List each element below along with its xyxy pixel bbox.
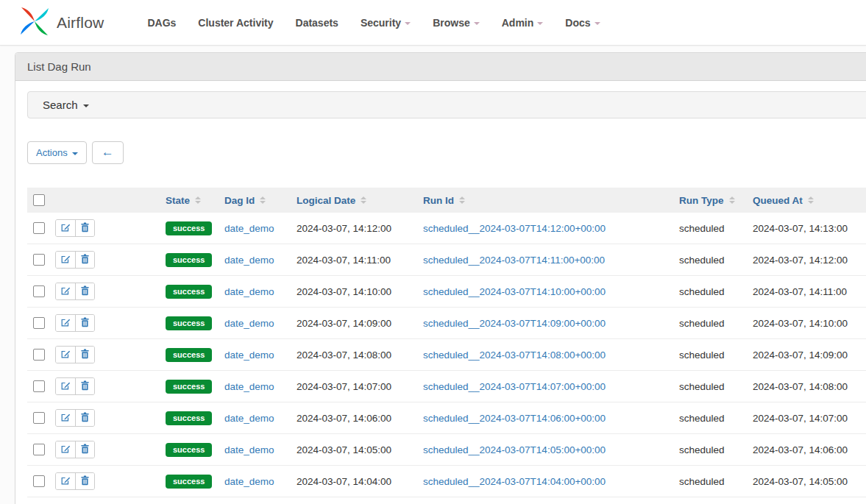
run-id-link[interactable]: scheduled__2024-03-07T14:12:00+00:00 bbox=[423, 223, 606, 234]
row-checkbox[interactable] bbox=[33, 317, 45, 329]
logical-date-cell: 2024-03-07, 14:11:00 bbox=[297, 255, 391, 266]
dag-id-link[interactable]: date_demo bbox=[224, 223, 274, 234]
logical-date-cell: 2024-03-07, 14:05:00 bbox=[297, 444, 391, 455]
table-row: success date_demo 2024-03-07, 14:12:00 s… bbox=[27, 213, 866, 244]
row-action-buttons bbox=[55, 219, 95, 237]
actions-button[interactable]: Actions bbox=[27, 141, 87, 164]
row-checkbox[interactable] bbox=[33, 475, 45, 487]
dag-id-link[interactable]: date_demo bbox=[224, 476, 274, 487]
run-id-link[interactable]: scheduled__2024-03-07T14:04:00+00:00 bbox=[423, 476, 606, 487]
edit-button[interactable] bbox=[56, 441, 75, 458]
row-action-buttons bbox=[55, 472, 95, 490]
row-checkbox[interactable] bbox=[33, 349, 45, 361]
logo-blade-cyan bbox=[35, 8, 49, 21]
delete-button[interactable] bbox=[75, 315, 94, 331]
chevron-down-icon bbox=[537, 22, 543, 25]
queued-at-cell: 2024-03-07, 14:10:00 bbox=[753, 318, 848, 329]
edit-pencil-icon bbox=[60, 317, 71, 330]
back-button[interactable]: ← bbox=[92, 141, 124, 164]
row-checkbox[interactable] bbox=[33, 380, 45, 392]
delete-button[interactable] bbox=[75, 378, 94, 394]
column-header-run-type[interactable]: Run Type bbox=[679, 195, 735, 206]
column-header-state[interactable]: State bbox=[166, 195, 201, 206]
state-badge: success bbox=[166, 475, 212, 489]
dag-id-link[interactable]: date_demo bbox=[224, 318, 274, 329]
delete-button[interactable] bbox=[75, 473, 94, 489]
row-action-buttons bbox=[55, 441, 95, 458]
edit-button[interactable] bbox=[56, 410, 75, 426]
delete-button[interactable] bbox=[75, 220, 94, 236]
nav-item-docs[interactable]: Docs bbox=[554, 10, 611, 36]
dag-id-link[interactable]: date_demo bbox=[224, 444, 274, 455]
edit-button[interactable] bbox=[56, 378, 75, 394]
run-id-link[interactable]: scheduled__2024-03-07T14:11:00+00:00 bbox=[423, 255, 605, 266]
dag-id-link[interactable]: date_demo bbox=[224, 381, 274, 392]
nav-item-cluster-activity[interactable]: Cluster Activity bbox=[187, 10, 284, 36]
trash-icon bbox=[80, 285, 90, 298]
table-row: success date_demo 2024-03-07, 14:03:00 s… bbox=[27, 497, 866, 504]
nav-item-browse[interactable]: Browse bbox=[422, 10, 491, 36]
edit-button[interactable] bbox=[56, 315, 75, 331]
dag-id-link[interactable]: date_demo bbox=[224, 286, 274, 297]
logical-date-cell: 2024-03-07, 14:09:00 bbox=[297, 318, 391, 329]
delete-button[interactable] bbox=[75, 441, 94, 458]
edit-button[interactable] bbox=[56, 347, 75, 363]
nav-item-admin[interactable]: Admin bbox=[491, 10, 555, 36]
dag-id-link[interactable]: date_demo bbox=[224, 349, 274, 361]
table-row: success date_demo 2024-03-07, 14:11:00 s… bbox=[27, 244, 866, 276]
nav-item-datasets[interactable]: Datasets bbox=[285, 10, 349, 36]
edit-button[interactable] bbox=[56, 220, 75, 236]
column-header-dag-id[interactable]: Dag Id bbox=[224, 195, 266, 206]
select-all-checkbox[interactable] bbox=[33, 194, 45, 206]
state-badge: success bbox=[166, 411, 212, 425]
column-header-queued-at[interactable]: Queued At bbox=[753, 195, 814, 206]
edit-pencil-icon bbox=[60, 285, 71, 298]
run-id-link[interactable]: scheduled__2024-03-07T14:07:00+00:00 bbox=[423, 381, 606, 392]
queued-at-cell: 2024-03-07, 14:05:00 bbox=[753, 476, 848, 487]
queued-at-cell: 2024-03-07, 14:11:00 bbox=[753, 286, 847, 297]
dag-id-link[interactable]: date_demo bbox=[224, 255, 274, 266]
nav-item-dags[interactable]: DAGs bbox=[136, 10, 187, 36]
state-badge: success bbox=[166, 316, 212, 330]
dag-run-rows: success date_demo 2024-03-07, 14:12:00 s… bbox=[27, 213, 866, 504]
logo-blade-red bbox=[21, 7, 35, 21]
nav-item-security[interactable]: Security bbox=[349, 10, 422, 36]
logo-blade-green bbox=[35, 21, 48, 35]
row-checkbox[interactable] bbox=[33, 444, 45, 455]
column-header-run-id[interactable]: Run Id bbox=[423, 195, 465, 206]
row-checkbox[interactable] bbox=[33, 285, 45, 297]
run-id-link[interactable]: scheduled__2024-03-07T14:06:00+00:00 bbox=[423, 413, 606, 424]
toolbar: Actions ← bbox=[27, 141, 866, 164]
run-id-link[interactable]: scheduled__2024-03-07T14:05:00+00:00 bbox=[423, 444, 606, 455]
dag-id-link[interactable]: date_demo bbox=[224, 413, 274, 424]
run-id-link[interactable]: scheduled__2024-03-07T14:08:00+00:00 bbox=[423, 349, 606, 361]
logical-date-cell: 2024-03-07, 14:06:00 bbox=[297, 413, 391, 424]
delete-button[interactable] bbox=[75, 347, 94, 363]
back-arrow-icon: ← bbox=[102, 145, 114, 160]
airflow-brand[interactable]: Airflow bbox=[19, 6, 104, 40]
edit-button[interactable] bbox=[56, 283, 75, 299]
table-row: success date_demo 2024-03-07, 14:09:00 s… bbox=[27, 308, 866, 339]
row-checkbox[interactable] bbox=[33, 412, 45, 424]
queued-at-cell: 2024-03-07, 14:13:00 bbox=[753, 223, 848, 234]
delete-button[interactable] bbox=[75, 410, 94, 426]
trash-icon bbox=[80, 254, 90, 266]
table-row: success date_demo 2024-03-07, 14:04:00 s… bbox=[27, 466, 866, 497]
column-header-logical-date[interactable]: Logical Date bbox=[297, 195, 366, 206]
trash-icon bbox=[80, 412, 90, 425]
chevron-down-icon bbox=[83, 104, 89, 107]
row-checkbox[interactable] bbox=[33, 222, 45, 234]
row-action-buttons bbox=[55, 283, 95, 300]
search-dropdown[interactable]: Search bbox=[27, 91, 866, 118]
run-id-link[interactable]: scheduled__2024-03-07T14:10:00+00:00 bbox=[423, 286, 606, 297]
run-type-cell: scheduled bbox=[679, 476, 725, 487]
delete-button[interactable] bbox=[75, 283, 94, 299]
edit-button[interactable] bbox=[56, 473, 75, 489]
row-checkbox[interactable] bbox=[33, 254, 45, 266]
state-badge: success bbox=[166, 380, 212, 394]
run-id-link[interactable]: scheduled__2024-03-07T14:09:00+00:00 bbox=[423, 318, 606, 329]
queued-at-cell: 2024-03-07, 14:12:00 bbox=[753, 255, 848, 266]
delete-button[interactable] bbox=[75, 252, 94, 268]
trash-icon bbox=[80, 444, 90, 456]
edit-button[interactable] bbox=[56, 252, 75, 268]
